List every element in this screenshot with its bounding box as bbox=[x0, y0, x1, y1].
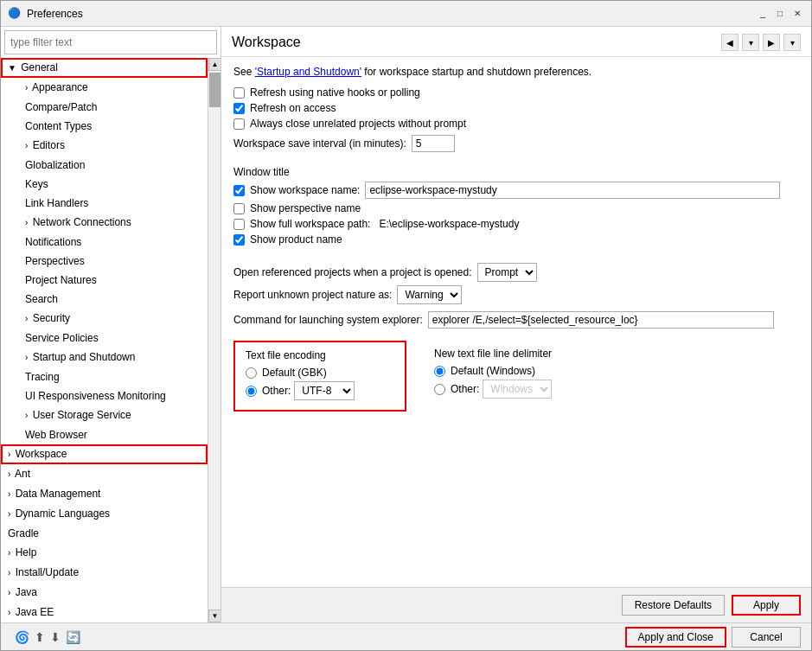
open-referenced-row: Open referenced projects when a project … bbox=[233, 263, 799, 282]
encoding-default-gbk-row: Default (GBK) bbox=[246, 367, 394, 379]
workspace-label: Workspace bbox=[16, 448, 67, 460]
encoding-default-gbk-radio[interactable] bbox=[246, 367, 257, 379]
description-row: See 'Startup and Shutdown' for workspace… bbox=[233, 66, 799, 78]
sidebar-item-perspectives[interactable]: Perspectives bbox=[1, 252, 208, 271]
service-policies-label: Service Policies bbox=[25, 332, 99, 344]
notifications-label: Notifications bbox=[25, 236, 81, 248]
sidebar-item-security[interactable]: › Security bbox=[1, 309, 208, 329]
close-unrelated-checkbox[interactable] bbox=[233, 118, 245, 130]
encoding-title: Text file encoding bbox=[246, 349, 394, 361]
show-product-name-checkbox[interactable] bbox=[233, 234, 245, 246]
sidebar-item-general[interactable]: ▼ General bbox=[1, 58, 208, 78]
sidebar-item-content-types[interactable]: Content Types bbox=[1, 117, 208, 136]
sidebar-item-user-storage[interactable]: › User Storage Service bbox=[1, 405, 208, 425]
apply-and-close-button[interactable]: Apply and Close bbox=[625, 627, 726, 648]
sidebar-item-link-handlers[interactable]: Link Handlers bbox=[1, 194, 208, 213]
save-interval-input[interactable] bbox=[412, 135, 455, 152]
report-unknown-row: Report unknown project nature as: Warnin… bbox=[233, 285, 799, 304]
keys-label: Keys bbox=[25, 178, 48, 190]
link-handlers-label: Link Handlers bbox=[25, 197, 88, 209]
sidebar-item-service-policies[interactable]: Service Policies bbox=[1, 329, 208, 348]
scroll-up[interactable]: ▲ bbox=[208, 58, 221, 71]
minimize-button[interactable]: ⎯ bbox=[756, 7, 770, 21]
nav-dropdown-button[interactable]: ▾ bbox=[742, 34, 759, 51]
refresh-access-checkbox[interactable] bbox=[233, 103, 245, 114]
bottom-icon-1[interactable]: 🌀 bbox=[15, 630, 29, 644]
window-title-section-label: Window title bbox=[233, 166, 799, 178]
help-label: Help bbox=[16, 546, 37, 558]
sidebar-item-keys[interactable]: Keys bbox=[1, 175, 208, 194]
cancel-button[interactable]: Cancel bbox=[732, 627, 801, 648]
line-delimiter-other-select[interactable]: Windows Unix Mac bbox=[483, 380, 552, 399]
line-delimiter-other-radio[interactable] bbox=[434, 384, 445, 395]
sidebar-item-java-ee[interactable]: › Java EE bbox=[1, 603, 208, 622]
show-workspace-name-checkbox[interactable] bbox=[233, 185, 245, 196]
sidebar-item-ui-responsiveness[interactable]: UI Responsiveness Monitoring bbox=[1, 386, 208, 405]
sidebar-item-globalization[interactable]: Globalization bbox=[1, 156, 208, 175]
close-unrelated-row: Always close unrelated projects without … bbox=[233, 118, 799, 130]
encoding-other-radio[interactable] bbox=[246, 386, 257, 397]
sidebar-item-appearance[interactable]: › Appearance bbox=[1, 78, 208, 98]
sidebar-item-data-management[interactable]: › Data Management bbox=[1, 484, 208, 504]
content-types-label: Content Types bbox=[25, 120, 92, 132]
sidebar-item-java[interactable]: › Java bbox=[1, 583, 208, 603]
scroll-down[interactable]: ▼ bbox=[208, 610, 221, 622]
bottom-bar: 🌀 ⬆ ⬇ 🔄 Apply and Close Cancel bbox=[1, 622, 811, 650]
bottom-icon-3[interactable]: ⬇ bbox=[50, 630, 61, 644]
scroll-thumb[interactable] bbox=[209, 73, 221, 107]
sidebar-item-dynamic-languages[interactable]: › Dynamic Languages bbox=[1, 504, 208, 524]
sidebar-item-compare-patch[interactable]: Compare/Patch bbox=[1, 98, 208, 117]
preferences-window: 🔵 Preferences ⎯ □ ✕ ▼ General › bbox=[0, 0, 812, 651]
close-button[interactable]: ✕ bbox=[790, 7, 804, 21]
maximize-button[interactable]: □ bbox=[773, 7, 787, 21]
java-arrow: › bbox=[8, 588, 10, 597]
show-workspace-name-label: Show workspace name: bbox=[250, 184, 360, 196]
show-perspective-name-checkbox[interactable] bbox=[233, 203, 245, 214]
filter-input[interactable] bbox=[4, 30, 217, 54]
sidebar-item-help[interactable]: › Help bbox=[1, 543, 208, 563]
encoding-other-select[interactable]: UTF-8 UTF-16 ISO-8859-1 bbox=[294, 381, 355, 400]
save-interval-label: Workspace save interval (in minutes): bbox=[233, 137, 406, 150]
show-perspective-name-row: Show perspective name bbox=[233, 202, 799, 214]
nav-forward-dropdown-button[interactable]: ▾ bbox=[783, 34, 801, 51]
nav-back-button[interactable]: ◀ bbox=[721, 34, 738, 51]
sidebar-item-workspace[interactable]: › Workspace bbox=[1, 444, 208, 464]
description-pre: See bbox=[233, 66, 255, 78]
sidebar-item-search[interactable]: Search bbox=[1, 290, 208, 309]
sidebar-item-ant[interactable]: › Ant bbox=[1, 464, 208, 484]
show-full-path-checkbox[interactable] bbox=[233, 219, 245, 230]
sidebar-item-project-natures[interactable]: Project Natures bbox=[1, 271, 208, 290]
restore-defaults-button[interactable]: Restore Defaults bbox=[622, 595, 725, 616]
sidebar-item-web-browser[interactable]: Web Browser bbox=[1, 425, 208, 444]
window-title: Preferences bbox=[27, 8, 756, 20]
appearance-arrow: › bbox=[25, 83, 28, 93]
startup-shutdown-link[interactable]: 'Startup and Shutdown' bbox=[255, 66, 361, 78]
report-unknown-select[interactable]: Warning Error Ignore bbox=[397, 285, 462, 304]
web-browser-label: Web Browser bbox=[25, 429, 87, 441]
sidebar-item-notifications[interactable]: Notifications bbox=[1, 233, 208, 252]
workspace-name-input[interactable] bbox=[365, 182, 780, 199]
command-input[interactable] bbox=[428, 311, 774, 329]
sidebar-item-gradle[interactable]: Gradle bbox=[1, 524, 208, 543]
encoding-area: Text file encoding Default (GBK) Other: … bbox=[233, 341, 799, 412]
apply-button[interactable]: Apply bbox=[732, 595, 801, 616]
bottom-icon-2[interactable]: ⬆ bbox=[35, 630, 45, 644]
sidebar-item-install-update[interactable]: › Install/Update bbox=[1, 563, 208, 583]
line-delimiter-default-radio[interactable] bbox=[434, 366, 445, 377]
sidebar-item-editors[interactable]: › Editors bbox=[1, 136, 208, 156]
sidebar-item-tracing[interactable]: Tracing bbox=[1, 367, 208, 386]
java-ee-label: Java EE bbox=[16, 606, 54, 618]
perspectives-label: Perspectives bbox=[25, 255, 85, 267]
refresh-native-checkbox[interactable] bbox=[233, 87, 245, 99]
nav-forward-button[interactable]: ▶ bbox=[763, 34, 780, 51]
panel-body: See 'Startup and Shutdown' for workspace… bbox=[221, 57, 811, 587]
sidebar-scrollbar[interactable]: ▲ ▼ bbox=[208, 58, 221, 622]
sidebar-item-startup-shutdown[interactable]: › Startup and Shutdown bbox=[1, 348, 208, 367]
network-connections-label: Network Connections bbox=[33, 216, 131, 228]
sidebar-item-network-connections[interactable]: › Network Connections bbox=[1, 213, 208, 233]
open-referenced-label: Open referenced projects when a project … bbox=[233, 266, 472, 278]
save-interval-row: Workspace save interval (in minutes): bbox=[233, 135, 799, 152]
open-referenced-select[interactable]: Prompt Always Never bbox=[477, 263, 537, 282]
bottom-icon-4[interactable]: 🔄 bbox=[66, 630, 80, 644]
panel-nav-buttons: ◀ ▾ ▶ ▾ bbox=[721, 34, 801, 51]
